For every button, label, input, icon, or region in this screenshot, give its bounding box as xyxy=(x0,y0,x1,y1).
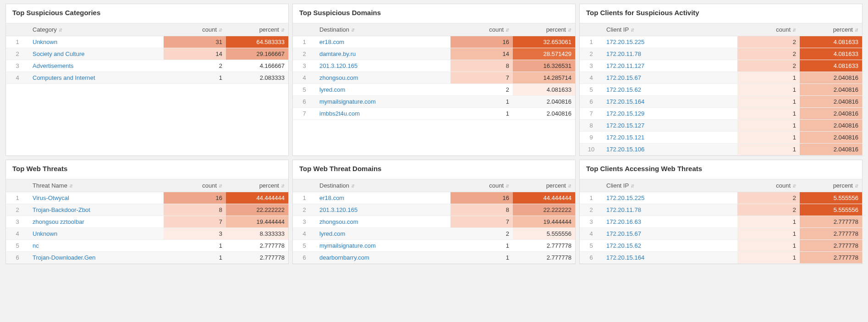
row-link[interactable]: lyred.com xyxy=(319,230,345,237)
panel-web-threat-domains: Top Web Threat DomainsDestination⇵count⇵… xyxy=(292,160,576,264)
sort-icon[interactable]: ⇵ xyxy=(791,183,796,189)
row-percent: 2.777778 xyxy=(513,252,575,264)
row-link[interactable]: Computers and Internet xyxy=(33,74,95,81)
col-header[interactable]: count⇵ xyxy=(737,23,800,36)
col-header[interactable] xyxy=(6,179,29,192)
row-link[interactable]: Society and Culture xyxy=(33,50,84,57)
row-index: 4 xyxy=(6,72,29,84)
row-link[interactable]: zhongsou zztoolbar xyxy=(33,218,84,225)
row-link[interactable]: 172.20.15.62 xyxy=(606,86,641,93)
row-link[interactable]: mymailsignature.com xyxy=(319,242,376,249)
col-header[interactable]: Destination⇵ xyxy=(316,179,450,192)
row-link[interactable]: 201.3.120.165 xyxy=(319,62,357,69)
col-header[interactable]: percent⇵ xyxy=(800,23,862,36)
row-link[interactable]: 172.20.16.63 xyxy=(606,218,641,225)
row-link[interactable]: damtare.by.ru xyxy=(319,50,356,57)
row-percent: 2.040816 xyxy=(800,132,862,144)
row-link[interactable]: lyred.com xyxy=(319,86,345,93)
sort-icon[interactable]: ⇵ xyxy=(504,183,509,189)
row-link[interactable]: mymailsignature.com xyxy=(319,98,376,105)
table-row: 6172.20.15.16412.777778 xyxy=(580,252,862,264)
sort-icon[interactable]: ⇵ xyxy=(279,28,285,33)
row-link[interactable]: 172.20.15.67 xyxy=(606,230,641,237)
row-link[interactable]: 172.20.15.225 xyxy=(606,194,644,201)
row-link[interactable]: 172.20.15.127 xyxy=(606,122,644,129)
row-percent: 4.081633 xyxy=(513,84,575,96)
col-header[interactable] xyxy=(293,23,316,36)
col-header[interactable] xyxy=(6,23,29,36)
table-row: 3201.3.120.165816.326531 xyxy=(293,60,575,72)
row-link[interactable]: Unknown xyxy=(33,230,57,237)
row-link[interactable]: Trojan-Backdoor-Zbot xyxy=(33,206,90,213)
col-header[interactable]: count⇵ xyxy=(450,179,513,192)
sort-icon[interactable]: ⇵ xyxy=(791,28,796,33)
row-percent: 2.040816 xyxy=(800,72,862,84)
col-header[interactable]: count⇵ xyxy=(737,179,800,192)
col-header[interactable]: count⇵ xyxy=(450,23,513,36)
panel-suspicious-categories: Top Suspicious CategoriesCategory⇵count⇵… xyxy=(5,4,289,156)
row-link[interactable]: 172.20.15.121 xyxy=(606,134,644,141)
row-count: 2 xyxy=(737,48,800,60)
row-link[interactable]: Trojan-Downloader.Gen xyxy=(33,254,96,261)
col-header[interactable]: Client IP⇵ xyxy=(603,179,737,192)
row-label-cell: 172.20.15.164 xyxy=(603,96,737,108)
col-header[interactable]: percent⇵ xyxy=(513,179,575,192)
sort-icon[interactable]: ⇵ xyxy=(566,183,571,189)
col-header[interactable] xyxy=(580,23,603,36)
row-link[interactable]: er18.com xyxy=(319,39,344,45)
row-label-cell: dearbornbarry.com xyxy=(316,252,450,264)
sort-icon[interactable]: ⇵ xyxy=(629,28,634,33)
row-count: 31 xyxy=(164,36,226,48)
col-header[interactable]: Destination⇵ xyxy=(316,23,450,36)
sort-icon[interactable]: ⇵ xyxy=(853,28,858,33)
row-link[interactable]: Unknown xyxy=(33,39,57,45)
sort-icon[interactable]: ⇵ xyxy=(217,183,222,189)
row-link[interactable]: 172.20.15.62 xyxy=(606,242,641,249)
row-link[interactable]: imbbs2t4u.com xyxy=(319,110,360,117)
row-percent: 14.285714 xyxy=(513,72,575,84)
row-percent: 8.333333 xyxy=(226,228,288,240)
col-header[interactable] xyxy=(580,179,603,192)
table-row: 5172.20.15.6212.777778 xyxy=(580,240,862,252)
row-count: 1 xyxy=(164,72,226,84)
sort-icon[interactable]: ⇵ xyxy=(566,28,571,33)
sort-icon[interactable]: ⇵ xyxy=(57,28,62,33)
row-link[interactable]: 172.20.15.164 xyxy=(606,254,644,261)
col-header[interactable]: Client IP⇵ xyxy=(603,23,737,36)
col-header[interactable] xyxy=(293,179,316,192)
row-link[interactable]: 172.20.11.78 xyxy=(606,50,641,57)
col-header-label: count xyxy=(202,26,217,33)
row-link[interactable]: er18.com xyxy=(319,194,344,201)
row-link[interactable]: 172.20.15.67 xyxy=(606,74,641,81)
row-link[interactable]: dearbornbarry.com xyxy=(319,254,369,261)
col-header[interactable]: percent⇵ xyxy=(226,179,288,192)
sort-icon[interactable]: ⇵ xyxy=(629,183,634,189)
row-link[interactable]: 172.20.15.129 xyxy=(606,110,644,117)
sort-icon[interactable]: ⇵ xyxy=(853,183,858,189)
row-link[interactable]: Advertisements xyxy=(33,62,74,69)
row-link[interactable]: 172.20.15.106 xyxy=(606,146,644,153)
row-link[interactable]: zhongsou.com xyxy=(319,74,358,81)
sort-icon[interactable]: ⇵ xyxy=(217,28,222,33)
row-link[interactable]: 172.20.11.78 xyxy=(606,206,641,213)
row-link[interactable]: 172.20.15.225 xyxy=(606,39,644,45)
col-header[interactable]: count⇵ xyxy=(164,179,226,192)
sort-icon[interactable]: ⇵ xyxy=(279,183,285,189)
col-header[interactable]: percent⇵ xyxy=(226,23,288,36)
row-link[interactable]: zhongsou.com xyxy=(319,218,358,225)
row-link[interactable]: Virus-Otwycal xyxy=(33,194,69,201)
row-index: 2 xyxy=(580,204,603,216)
col-header[interactable]: Threat Name⇵ xyxy=(29,179,164,192)
sort-icon[interactable]: ⇵ xyxy=(349,28,355,33)
sort-icon[interactable]: ⇵ xyxy=(67,183,73,189)
col-header[interactable]: percent⇵ xyxy=(800,179,862,192)
col-header[interactable]: percent⇵ xyxy=(513,23,575,36)
sort-icon[interactable]: ⇵ xyxy=(349,183,355,189)
row-link[interactable]: 172.20.11.127 xyxy=(606,62,644,69)
col-header[interactable]: Category⇵ xyxy=(29,23,164,36)
row-link[interactable]: 201.3.120.165 xyxy=(319,206,357,213)
sort-icon[interactable]: ⇵ xyxy=(504,28,509,33)
row-link[interactable]: nc xyxy=(33,242,39,249)
col-header[interactable]: count⇵ xyxy=(164,23,226,36)
row-link[interactable]: 172.20.15.164 xyxy=(606,98,644,105)
